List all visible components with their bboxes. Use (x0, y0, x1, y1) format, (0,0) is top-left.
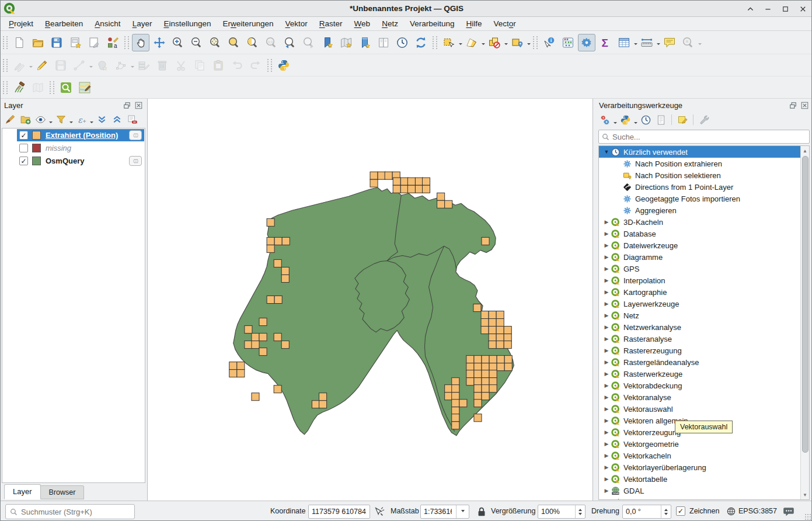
layer-visibility-checkbox[interactable]: ✓ (19, 157, 28, 165)
processing-panel-float-button[interactable] (788, 100, 797, 110)
open-layer-styling[interactable] (3, 112, 17, 126)
expand-icon[interactable]: ▶ (602, 429, 611, 435)
refresh-map[interactable] (412, 34, 430, 51)
manage-map-themes[interactable] (33, 112, 47, 126)
show-spatial-bookmarks[interactable] (337, 34, 355, 51)
manage-map-themes-dropdown[interactable] (49, 121, 53, 125)
toolbox-provider[interactable]: ▶Netzwerkanalyse (599, 321, 800, 333)
open-attribute-table[interactable] (615, 34, 633, 51)
menu-einstellungen[interactable]: Einstellungen (158, 18, 217, 29)
identify-features[interactable]: i (541, 34, 558, 51)
filter-legend[interactable] (54, 112, 68, 126)
toolbox-provider[interactable]: ▶Vektoranalyse (599, 391, 800, 403)
rotation-spinbox[interactable] (622, 505, 671, 519)
toolbox-provider[interactable]: ▶Vektorkacheln (599, 450, 800, 461)
save-project[interactable] (48, 34, 65, 51)
remove-layer[interactable] (125, 112, 139, 126)
toolbox-provider[interactable]: ▶Rastererzeugung (599, 345, 800, 356)
expand-icon[interactable]: ▶ (602, 231, 611, 237)
maximize-button[interactable] (779, 2, 792, 15)
magnifier-spin-buttons[interactable] (575, 505, 585, 518)
menu-erweiterungen[interactable]: Erweiterungen (217, 18, 280, 29)
processing-history[interactable] (639, 113, 653, 127)
new-project[interactable] (11, 34, 28, 51)
processing-models-dropdown[interactable] (614, 122, 617, 126)
expand-icon[interactable]: ▶ (602, 312, 611, 318)
processing-search[interactable] (598, 130, 810, 144)
toolbox-provider[interactable]: ▶Dateiwerkzeuge (599, 239, 800, 251)
processing-toolbox-toggle[interactable] (578, 34, 595, 51)
layer-panel-float-button[interactable] (122, 100, 131, 110)
menu-vector[interactable]: Vector (487, 18, 521, 29)
zoom-out[interactable] (188, 34, 205, 51)
toolbar-grip[interactable] (267, 59, 272, 72)
toolbox-provider[interactable]: ▶3D-Kacheln (599, 216, 800, 228)
layer-visibility-checkbox[interactable]: ✓ (19, 131, 28, 140)
processing-search-input[interactable] (612, 133, 807, 141)
bookmark-manager[interactable] (375, 34, 392, 51)
toolbox-provider[interactable]: ▶Kartographie (599, 286, 800, 298)
toolbox-algorithm[interactable]: Geogetaggte Fotos importieren (599, 193, 800, 204)
measure-line[interactable] (638, 34, 656, 51)
zoom-full-extent[interactable] (207, 34, 224, 51)
messages-icon[interactable] (783, 506, 794, 517)
layout-manager[interactable] (85, 34, 103, 51)
map-canvas[interactable] (147, 99, 593, 501)
scale-dropdown-icon[interactable] (456, 505, 469, 518)
shade-button[interactable] (744, 2, 757, 15)
toolbar-grip[interactable] (433, 36, 437, 49)
expand-icon[interactable]: ▶ (602, 464, 611, 470)
coordinate-field[interactable] (308, 505, 370, 519)
toolbox-provider[interactable]: ▶Vektorgeometrie (599, 438, 800, 450)
expand-icon[interactable]: ▶ (602, 394, 611, 400)
zoom-to-selection[interactable] (225, 34, 243, 51)
memory-layer-indicator[interactable] (129, 156, 142, 166)
expand-icon[interactable]: ▶ (602, 441, 611, 447)
scrollbar[interactable]: ▲ ▼ (800, 146, 809, 499)
toolbar-grip[interactable] (3, 36, 8, 49)
toolbar-grip[interactable] (3, 59, 8, 72)
select-by-polygon[interactable] (463, 34, 480, 51)
style-manager[interactable]: a (104, 34, 121, 51)
toolbox-provider[interactable]: ▶Vektortabelle (599, 473, 800, 485)
toolbox-provider[interactable]: ▶Rastergeländeanalyse (599, 356, 800, 368)
expand-icon[interactable]: ▶ (602, 476, 611, 482)
toolbox-provider[interactable]: ▶GDALGDAL (599, 485, 800, 496)
toolbox-provider[interactable]: ▶Rasterwerkzeuge (599, 368, 800, 380)
crs-globe-icon[interactable] (726, 506, 736, 516)
expand-icon[interactable]: ▶ (602, 301, 611, 307)
processing-scripts-dropdown[interactable] (634, 122, 637, 126)
statistical-summary[interactable] (559, 34, 577, 51)
toolbox-provider[interactable]: ▶Netz (599, 310, 800, 321)
close-button[interactable] (796, 2, 809, 15)
toolbox-provider[interactable]: ▶GRASS (599, 496, 800, 500)
scroll-up-icon[interactable]: ▲ (801, 147, 809, 155)
scale-combo[interactable] (420, 505, 469, 519)
menu-ansicht[interactable]: Ansicht (89, 18, 126, 29)
toolbar-grip[interactable] (50, 81, 54, 94)
menu-hilfe[interactable]: Hilfe (460, 18, 487, 29)
dock-tab-layer[interactable]: Layer (4, 484, 41, 499)
menu-vektor[interactable]: Vektor (280, 18, 313, 29)
menu-projekt[interactable]: Projekt (3, 18, 39, 29)
collapse-all[interactable] (110, 112, 124, 126)
toggle-editing[interactable] (33, 57, 51, 74)
new-print-layout[interactable] (67, 34, 84, 51)
toolbox-group-recent[interactable]: ▼Kürzlich verwendet (599, 146, 800, 158)
layer-visibility-checkbox[interactable] (19, 144, 28, 152)
expand-icon[interactable]: ▶ (602, 254, 611, 260)
expand-icon[interactable]: ▶ (602, 324, 611, 330)
filter-by-expression-dropdown[interactable] (90, 121, 93, 125)
scroll-down-icon[interactable]: ▼ (801, 491, 809, 499)
layer-row[interactable]: ✓Extrahiert (Position) (17, 129, 144, 141)
toolbox-provider[interactable]: ▶Rasteranalyse (599, 333, 800, 345)
menu-web[interactable]: Web (349, 18, 377, 29)
toolbar-grip[interactable] (533, 36, 538, 49)
toolbox-provider[interactable]: ▶Vektorlayerüberlagerung (599, 461, 800, 473)
filter-legend-dropdown[interactable] (69, 121, 73, 125)
filter-by-expression[interactable]: ε (74, 112, 88, 126)
scrollbar-thumb[interactable] (802, 156, 808, 453)
magnifier-input[interactable] (538, 508, 573, 516)
layer-row[interactable]: missing (17, 142, 144, 154)
zoom-to-layer[interactable] (244, 34, 262, 51)
